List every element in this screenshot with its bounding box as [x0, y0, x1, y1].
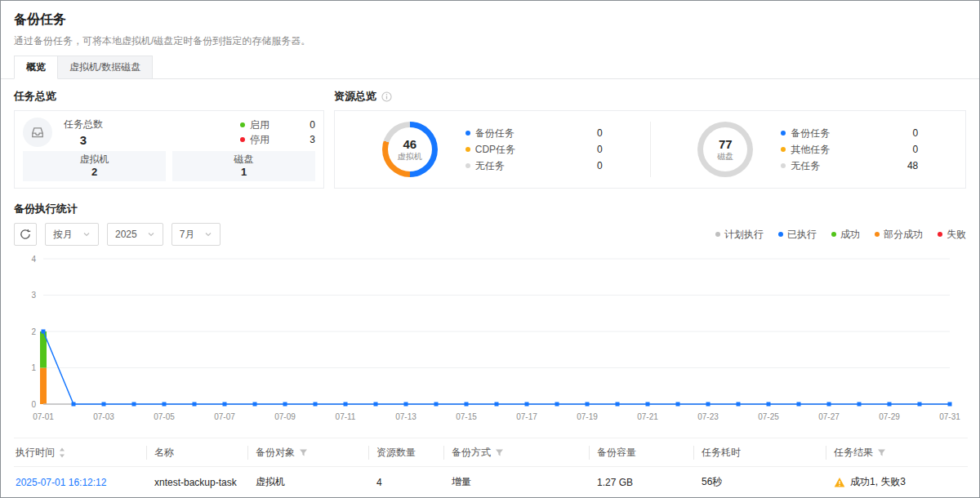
- task-status-list: 启用 0 停用 3: [240, 118, 315, 147]
- execution-time-link-text: 2025-07-01 16:12:12: [16, 477, 106, 488]
- chart-legend-item[interactable]: 已执行: [778, 228, 817, 242]
- warning-icon: [834, 477, 845, 488]
- column-header-count: 资源数量: [368, 438, 443, 467]
- legend-value: 0: [597, 144, 603, 155]
- column-header-result[interactable]: 任务结果: [826, 438, 968, 467]
- refresh-button[interactable]: [14, 223, 37, 246]
- legend-item: CDP任务0: [466, 141, 603, 158]
- svg-text:07-05: 07-05: [154, 412, 175, 421]
- page-subtitle: 通过备份任务，可将本地虚拟机/磁盘定时备份到指定的存储服务器。: [14, 34, 966, 48]
- page-title: 备份任务: [14, 11, 966, 29]
- enabled-label: 启用: [250, 118, 270, 132]
- legend-item: 备份任务0: [781, 125, 918, 141]
- column-header-method[interactable]: 备份方式: [443, 438, 589, 467]
- svg-text:4: 4: [31, 255, 36, 264]
- disk-donut-label: 磁盘: [717, 151, 733, 162]
- legend-label: 其他任务: [791, 143, 830, 157]
- legend-label: CDP任务: [475, 143, 515, 157]
- overview-row: 任务总览 任务总数 3 启用 0: [14, 89, 966, 189]
- task-result-cell: 成功1, 失败3: [826, 467, 968, 498]
- legend-value: 0: [597, 160, 603, 171]
- backup-capacity-cell: 1.27 GB: [589, 467, 693, 498]
- task-duration-cell: 56秒: [693, 467, 826, 498]
- svg-text:07-19: 07-19: [577, 412, 598, 421]
- info-icon[interactable]: [381, 91, 392, 102]
- legend-value: 0: [913, 127, 919, 139]
- vm-donut-value: 46: [403, 137, 416, 151]
- legend-dot: [938, 232, 942, 237]
- stats-toolbar: 按月 2025 7月 计划执行已执行成功部分成功失败: [14, 223, 966, 246]
- disk-donut-center: 77 磁盘: [703, 127, 747, 171]
- chart-legend-item[interactable]: 部分成功: [875, 228, 923, 242]
- task-total-value: 3: [64, 133, 103, 147]
- resource-overview-section: 资源总览 46 虚拟机 备份任务0CDP任务0无任务0: [334, 89, 966, 189]
- column-header-inner: 名称: [146, 446, 247, 460]
- task-result: 成功1, 失败3: [834, 475, 968, 489]
- column-header-time[interactable]: 执行时间: [14, 438, 146, 467]
- legend-dot: [781, 163, 786, 168]
- disk-count-card: 磁盘 1: [172, 151, 315, 181]
- chart-legend-item[interactable]: 成功: [831, 228, 860, 242]
- svg-text:0: 0: [31, 400, 36, 409]
- task-overview-bottom: 虚拟机 2 磁盘 1: [23, 151, 315, 181]
- execution-time-link[interactable]: 2025-07-01 16:12:12: [14, 467, 146, 498]
- legend-value: 0: [597, 127, 603, 139]
- refresh-icon: [20, 229, 31, 240]
- filter-icon[interactable]: [495, 448, 504, 457]
- legend-dot: [466, 163, 470, 168]
- chart-legend: 计划执行已执行成功部分成功失败: [715, 228, 966, 242]
- status-disabled-row: 停用 3: [240, 132, 315, 147]
- chevron-down-icon: [147, 230, 155, 238]
- column-header-object[interactable]: 备份对象: [247, 438, 368, 467]
- backup-stats-title: 备份执行统计: [14, 202, 966, 216]
- vm-donut-center: 46 虚拟机: [388, 127, 432, 171]
- svg-text:07-27: 07-27: [818, 412, 840, 421]
- legend-value: 0: [913, 144, 919, 155]
- legend-label: 部分成功: [884, 228, 923, 242]
- task-total-label: 任务总数: [64, 118, 103, 131]
- task-overview-panel: 任务总数 3 启用 0 停用 3: [14, 110, 324, 189]
- vm-donut-legend: 备份任务0CDP任务0无任务0: [466, 125, 603, 174]
- filter-icon[interactable]: [299, 448, 308, 457]
- vm-count-card: 虚拟机 2: [23, 151, 166, 181]
- column-label: 执行时间: [16, 446, 55, 460]
- page-content: 任务总览 任务总数 3 启用 0: [1, 89, 979, 498]
- month-select-value: 7月: [180, 228, 195, 242]
- svg-text:2: 2: [31, 327, 36, 336]
- legend-label: 成功: [840, 228, 860, 242]
- column-header-inner: 任务结果: [826, 446, 968, 460]
- vm-donut-chart: 46 虚拟机: [382, 122, 438, 177]
- enabled-status-dot: [240, 122, 245, 127]
- period-select[interactable]: 按月: [45, 223, 99, 246]
- legend-label: 备份任务: [475, 127, 514, 140]
- disk-donut-group: 77 磁盘 备份任务0其他任务0无任务48: [651, 122, 966, 177]
- legend-dot: [778, 232, 783, 237]
- svg-text:07-25: 07-25: [758, 412, 779, 421]
- svg-text:07-17: 07-17: [516, 412, 537, 421]
- column-label: 备份方式: [452, 446, 491, 460]
- tab-vm-data-disks[interactable]: 虚拟机/数据磁盘: [58, 56, 153, 79]
- task-name-cell: xntest-backup-task: [146, 467, 247, 498]
- filter-icon[interactable]: [877, 448, 886, 457]
- svg-text:07-23: 07-23: [697, 412, 719, 421]
- legend-dot: [831, 232, 836, 237]
- svg-text:1: 1: [31, 363, 36, 372]
- column-label: 备份容量: [597, 446, 636, 460]
- chart-legend-item[interactable]: 失败: [938, 228, 966, 242]
- month-select[interactable]: 7月: [172, 223, 221, 246]
- column-label: 名称: [154, 446, 174, 460]
- tab-overview[interactable]: 概览: [14, 56, 58, 79]
- tasks-inbox-icon: [23, 118, 52, 147]
- vm-count-label: 虚拟机: [23, 153, 166, 166]
- column-header-inner: 备份容量: [589, 446, 693, 460]
- year-select[interactable]: 2025: [107, 223, 163, 246]
- chart-legend-item[interactable]: 计划执行: [715, 228, 764, 242]
- task-total: 任务总数 3: [64, 118, 103, 147]
- backup-stats-chart: 0123407-0107-0307-0507-0707-0907-1107-13…: [14, 249, 968, 427]
- disk-donut-value: 77: [719, 137, 733, 151]
- disabled-label: 停用: [250, 133, 270, 147]
- table-row: 2025-07-01 16:12:12xntest-backup-task虚拟机…: [14, 467, 968, 498]
- legend-item: 备份任务0: [466, 125, 603, 141]
- sort-icon[interactable]: [59, 447, 65, 458]
- vm-donut-label: 虚拟机: [398, 151, 422, 162]
